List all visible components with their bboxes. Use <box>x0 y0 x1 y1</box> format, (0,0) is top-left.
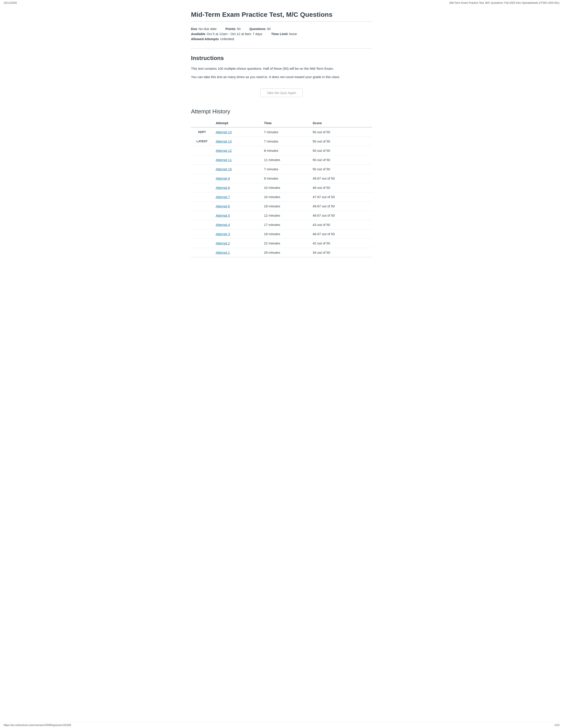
attempt-link[interactable]: Attempt 5 <box>216 214 230 217</box>
table-row: Attempt 512 minutes49.67 out of 50 <box>191 211 372 220</box>
row-time: 22 minutes <box>261 239 310 248</box>
row-attempt[interactable]: Attempt 1 <box>213 248 261 257</box>
row-status <box>191 220 213 229</box>
row-time: 10 minutes <box>261 192 310 202</box>
row-time: 29 minutes <box>261 248 310 257</box>
time-limit-label: Time Limit <box>271 32 288 36</box>
row-score: 43 out of 50 <box>310 220 372 229</box>
row-attempt[interactable]: Attempt 13 <box>213 137 261 146</box>
allowed-attempts-label: Allowed Attempts <box>191 37 219 41</box>
row-status <box>191 146 213 155</box>
row-time: 18 minutes <box>261 202 310 211</box>
attempt-link[interactable]: Attempt 10 <box>216 167 232 171</box>
table-row: Attempt 129 minutes34 out of 50 <box>191 248 372 257</box>
attempt-link[interactable]: Attempt 4 <box>216 223 230 227</box>
row-attempt[interactable]: Attempt 2 <box>213 239 261 248</box>
attempt-link[interactable]: Attempt 13 <box>216 130 232 134</box>
row-time: 7 minutes <box>261 165 310 174</box>
row-attempt[interactable]: Attempt 5 <box>213 211 261 220</box>
row-status <box>191 248 213 257</box>
row-score: 49.67 out of 50 <box>310 211 372 220</box>
quiz-button-container: Take the Quiz Again <box>191 88 372 97</box>
attempt-link[interactable]: Attempt 1 <box>216 251 230 254</box>
page-title: Mid-Term Exam Practice Test, M/C Questio… <box>191 10 372 19</box>
browser-date: 10/11/2020 <box>4 1 17 4</box>
row-time: 7 minutes <box>261 127 310 137</box>
row-score: 49.67 out of 50 <box>310 202 372 211</box>
row-score: 47.67 out of 50 <box>310 192 372 202</box>
row-score: 50 out of 50 <box>310 127 372 137</box>
attempt-link[interactable]: Attempt 13 <box>216 139 232 143</box>
row-attempt[interactable]: Attempt 6 <box>213 202 261 211</box>
row-score: 42 out of 50 <box>310 239 372 248</box>
points-label: Points <box>225 27 235 31</box>
row-time: 17 minutes <box>261 220 310 229</box>
row-time: 10 minutes <box>261 183 310 192</box>
available-days: 7 days <box>252 32 262 36</box>
instructions-title: Instructions <box>191 55 372 62</box>
browser-tab-title: Mid-Term Exam Practice Test, M/C Questio… <box>450 1 559 4</box>
row-attempt[interactable]: Attempt 3 <box>213 229 261 239</box>
attempt-link[interactable]: Attempt 11 <box>216 158 232 162</box>
attempt-link[interactable]: Attempt 6 <box>216 204 230 208</box>
row-attempt[interactable]: Attempt 10 <box>213 165 261 174</box>
instructions-paragraph1: This test contains 100 multiple-choice q… <box>191 66 372 71</box>
row-status <box>191 183 213 192</box>
due-label: Due <box>191 27 197 31</box>
divider-meta <box>191 48 372 49</box>
questions-value: 50 <box>267 27 271 31</box>
row-status <box>191 202 213 211</box>
due-value: No due date <box>198 27 216 31</box>
row-status <box>191 192 213 202</box>
attempt-link[interactable]: Attempt 7 <box>216 195 230 199</box>
row-score: 49 out of 50 <box>310 183 372 192</box>
row-status: LATEST <box>191 137 213 146</box>
attempt-link[interactable]: Attempt 3 <box>216 232 230 236</box>
table-row: LATESTAttempt 137 minutes50 out of 50 <box>191 137 372 146</box>
row-time: 8 minutes <box>261 146 310 155</box>
table-row: Attempt 222 minutes42 out of 50 <box>191 239 372 248</box>
instructions-section: Instructions This test contains 100 mult… <box>191 55 372 80</box>
questions-label: Questions <box>249 27 265 31</box>
row-time: 7 minutes <box>261 137 310 146</box>
attempt-link[interactable]: Attempt 2 <box>216 241 230 245</box>
row-attempt[interactable]: Attempt 11 <box>213 155 261 165</box>
row-time: 18 minutes <box>261 229 310 239</box>
table-row: Attempt 810 minutes49 out of 50 <box>191 183 372 192</box>
allowed-attempts-value: Unlimited <box>220 37 234 41</box>
table-row: Attempt 710 minutes47.67 out of 50 <box>191 192 372 202</box>
row-attempt[interactable]: Attempt 13 <box>213 127 261 137</box>
quiz-meta: Due No due date Points 50 Questions 50 A… <box>191 24 372 46</box>
take-quiz-again-button[interactable]: Take the Quiz Again <box>260 88 303 97</box>
row-attempt[interactable]: Attempt 12 <box>213 146 261 155</box>
attempt-link[interactable]: Attempt 12 <box>216 149 232 152</box>
attempt-history-table: Attempt Time Score KEPTAttempt 137 minut… <box>191 119 372 257</box>
row-status <box>191 239 213 248</box>
attempt-link[interactable]: Attempt 9 <box>216 176 230 180</box>
row-attempt[interactable]: Attempt 7 <box>213 192 261 202</box>
row-score: 34 out of 50 <box>310 248 372 257</box>
attempt-link[interactable]: Attempt 8 <box>216 186 230 190</box>
row-status <box>191 211 213 220</box>
row-attempt[interactable]: Attempt 8 <box>213 183 261 192</box>
row-time: 9 minutes <box>261 174 310 183</box>
row-attempt[interactable]: Attempt 4 <box>213 220 261 229</box>
points-value: 50 <box>237 27 241 31</box>
table-row: Attempt 318 minutes46.67 out of 50 <box>191 229 372 239</box>
table-row: Attempt 99 minutes49.67 out of 50 <box>191 174 372 183</box>
table-row: Attempt 107 minutes50 out of 50 <box>191 165 372 174</box>
table-row: Attempt 128 minutes50 out of 50 <box>191 146 372 155</box>
row-time: 11 minutes <box>261 155 310 165</box>
row-attempt[interactable]: Attempt 9 <box>213 174 261 183</box>
table-row: Attempt 618 minutes49.67 out of 50 <box>191 202 372 211</box>
table-row: Attempt 1111 minutes50 out of 50 <box>191 155 372 165</box>
available-value: Oct 5 at 12am - Oct 12 at 8am <box>207 32 251 36</box>
attempt-history-title: Attempt History <box>191 108 372 115</box>
col-header-attempt: Attempt <box>213 119 261 127</box>
row-score: 50 out of 50 <box>310 137 372 146</box>
available-label: Available <box>191 32 205 36</box>
row-status <box>191 229 213 239</box>
row-score: 50 out of 50 <box>310 155 372 165</box>
attempt-history-section: Attempt History Attempt Time Score KEPTA… <box>191 108 372 257</box>
col-header-status <box>191 119 213 127</box>
